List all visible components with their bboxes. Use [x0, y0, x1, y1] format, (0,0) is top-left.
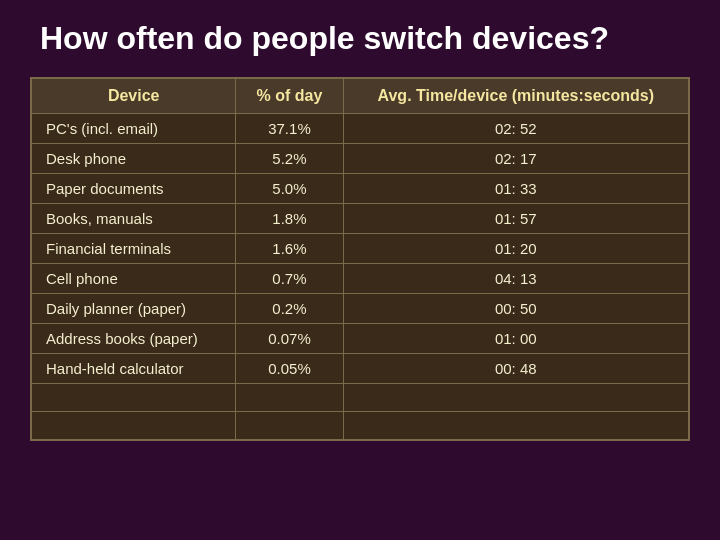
cell-percent: 1.8% [236, 204, 343, 234]
col-header-avg-time: Avg. Time/device (minutes:seconds) [343, 78, 689, 114]
cell-percent: 5.2% [236, 144, 343, 174]
cell-avg-time: 00: 48 [343, 354, 689, 384]
cell-avg-time: 01: 00 [343, 324, 689, 354]
cell-percent: 0.2% [236, 294, 343, 324]
page-title: How often do people switch devices? [30, 20, 609, 57]
cell-empty [343, 412, 689, 440]
cell-percent: 0.7% [236, 264, 343, 294]
cell-avg-time: 04: 13 [343, 264, 689, 294]
col-header-device: Device [31, 78, 236, 114]
cell-empty [343, 384, 689, 412]
cell-device: Daily planner (paper) [31, 294, 236, 324]
cell-avg-time: 02: 52 [343, 114, 689, 144]
cell-percent: 0.05% [236, 354, 343, 384]
data-table: Device % of day Avg. Time/device (minute… [30, 77, 690, 441]
table-row: Hand-held calculator0.05%00: 48 [31, 354, 689, 384]
cell-device: Paper documents [31, 174, 236, 204]
cell-device: Cell phone [31, 264, 236, 294]
col-header-percent: % of day [236, 78, 343, 114]
cell-avg-time: 01: 33 [343, 174, 689, 204]
cell-device: Books, manuals [31, 204, 236, 234]
cell-device: Hand-held calculator [31, 354, 236, 384]
table-row: Paper documents5.0%01: 33 [31, 174, 689, 204]
cell-empty [236, 384, 343, 412]
cell-avg-time: 01: 20 [343, 234, 689, 264]
table-row-empty [31, 412, 689, 440]
cell-percent: 37.1% [236, 114, 343, 144]
cell-avg-time: 01: 57 [343, 204, 689, 234]
cell-device: Desk phone [31, 144, 236, 174]
table-row: Desk phone5.2%02: 17 [31, 144, 689, 174]
table-row-empty [31, 384, 689, 412]
cell-percent: 1.6% [236, 234, 343, 264]
cell-avg-time: 02: 17 [343, 144, 689, 174]
cell-device: Financial terminals [31, 234, 236, 264]
table-row: Financial terminals1.6%01: 20 [31, 234, 689, 264]
table-row: Books, manuals1.8%01: 57 [31, 204, 689, 234]
cell-empty [31, 412, 236, 440]
table-row: Cell phone0.7%04: 13 [31, 264, 689, 294]
cell-empty [236, 412, 343, 440]
cell-avg-time: 00: 50 [343, 294, 689, 324]
cell-percent: 0.07% [236, 324, 343, 354]
cell-device: PC's (incl. email) [31, 114, 236, 144]
table-header-row: Device % of day Avg. Time/device (minute… [31, 78, 689, 114]
table-row: Daily planner (paper)0.2%00: 50 [31, 294, 689, 324]
cell-percent: 5.0% [236, 174, 343, 204]
cell-device: Address books (paper) [31, 324, 236, 354]
table-row: Address books (paper)0.07%01: 00 [31, 324, 689, 354]
table-row: PC's (incl. email)37.1%02: 52 [31, 114, 689, 144]
cell-empty [31, 384, 236, 412]
